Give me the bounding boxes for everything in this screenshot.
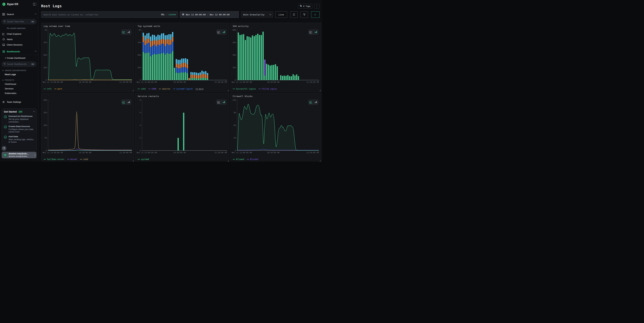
granularity-select[interactable]: Auto Granularity	[241, 11, 273, 18]
panel-service-restarts: Service restarts 02468Nov 11 12:00:00 AM…	[135, 93, 229, 162]
chart-legend: AllowedBlocked	[233, 158, 258, 160]
chart-canvas[interactable]: 050100150200Nov 11 12:00:00 AM10:30:00 A…	[42, 98, 134, 154]
get-started-step-add-data[interactable]: Add Data Start sending logs, metrics, or…	[4, 135, 34, 144]
chart-canvas[interactable]: 02505007501KNov 11 12:00:00 AM10:30:00 A…	[42, 28, 134, 84]
bar-chart-toggle[interactable]	[222, 101, 226, 104]
line-chart-toggle[interactable]	[309, 31, 312, 34]
refresh-button[interactable]	[290, 11, 298, 18]
resize-handle[interactable]	[132, 90, 134, 91]
get-started-step-connect[interactable]: Connect to ClickHouse Set up your databa…	[4, 115, 34, 123]
create-dashboard-button[interactable]: + Create Dashboard	[0, 56, 38, 60]
legend-label: systemd-logind	[176, 88, 192, 90]
dashboards-grid-icon	[2, 50, 5, 53]
saved-searches-input[interactable]: Saved Searches ⌘K	[2, 19, 36, 24]
hyperdx-logo-icon	[2, 2, 6, 6]
svg-text:0: 0	[140, 79, 141, 81]
live-button[interactable]: Live	[275, 11, 287, 18]
legend-item[interactable]: info	[44, 88, 52, 90]
filter-edit-button[interactable]	[300, 11, 308, 18]
chevron-up-icon[interactable]	[33, 111, 35, 113]
sidebar-item-alerts[interactable]: Alerts	[0, 37, 38, 42]
chart-svg: 02468Nov 11 12:00:00 AM10:30:00 AM11:30:…	[136, 98, 228, 154]
line-chart-toggle[interactable]	[309, 101, 312, 104]
chevron-down-icon	[2, 79, 4, 81]
svg-text:10:30:00 AM: 10:30:00 AM	[79, 81, 91, 83]
resize-handle[interactable]	[320, 90, 321, 91]
bar-chart-toggle[interactable]	[127, 31, 130, 34]
sidebar-item-host-logs[interactable]: Host Logs	[0, 72, 38, 77]
presets-section-header[interactable]: PRESETS	[0, 78, 38, 82]
bar-chart-toggle[interactable]	[127, 101, 130, 104]
legend-item[interactable]: sshd	[80, 158, 88, 160]
legend-item[interactable]: warn	[54, 88, 62, 90]
tags-button[interactable]: 0 Tags	[298, 4, 312, 9]
chart-svg: 02505007501KNov 11 12:00:00 AM10:30:00 A…	[42, 28, 134, 84]
line-chart-toggle[interactable]	[122, 31, 126, 34]
sidebar-item-client-sessions[interactable]: Client Sessions	[0, 42, 38, 47]
line-chart-toggle[interactable]	[217, 31, 220, 34]
svg-text:10:30:00 AM: 10:30:00 AM	[79, 152, 91, 154]
legend-item[interactable]: +4 more	[195, 88, 204, 90]
sidebar-item-clickhouse[interactable]: ClickHouse	[0, 82, 38, 86]
legend-item[interactable]: systemd-logind	[173, 88, 192, 90]
bar-chart-toggle[interactable]	[314, 31, 318, 34]
svg-text:300: 300	[232, 54, 236, 56]
legend-item[interactable]: kernel	[67, 158, 78, 160]
resize-handle[interactable]	[228, 160, 229, 162]
event-search-input[interactable]	[43, 13, 159, 16]
date-range-picker[interactable]: Nov 11 00:00:00 - Nov 12 00:00:00	[180, 11, 239, 18]
brand-row[interactable]: HyperDX	[0, 0, 38, 8]
section-label: PRESETS	[5, 79, 14, 81]
sidebar-item-search[interactable]: Search	[0, 12, 38, 17]
legend-item[interactable]: systemd	[138, 158, 149, 160]
sidebar-item-dashboards[interactable]: Dashboards	[0, 49, 38, 54]
legend-item[interactable]: fail2ban-server	[44, 158, 64, 160]
chart-type-toggle	[216, 29, 226, 35]
legend-item[interactable]: Failed Logins	[258, 88, 277, 90]
create-dashboard-label: Create Dashboard	[7, 57, 25, 59]
help-button[interactable]: ?	[2, 146, 6, 151]
get-started-step-sources[interactable]: Create Data Sources Configure where your…	[4, 125, 34, 133]
legend-swatch	[67, 159, 69, 159]
line-chart-toggle[interactable]	[122, 101, 126, 104]
chart-canvas[interactable]: 02505007501KNov 11 12:00:00 AM10:30:00 A…	[136, 28, 228, 84]
resize-handle[interactable]	[132, 160, 134, 162]
chart-legend: systemd	[138, 158, 149, 160]
svg-text:0: 0	[140, 149, 141, 152]
chart-type-toggle	[308, 29, 318, 35]
legend-item[interactable]: Allowed	[233, 158, 244, 160]
sidebar-item-chart-explorer[interactable]: Chart Explorer	[0, 31, 38, 37]
resize-handle[interactable]	[228, 90, 229, 91]
dashboard-grid: Log volume over time 02505007501KNov 11 …	[41, 23, 321, 162]
bar-chart-toggle[interactable]	[314, 101, 318, 104]
sidebar-item-kubernetes[interactable]: Kubernetes	[0, 91, 38, 96]
bar-chart-toggle[interactable]	[222, 31, 226, 34]
sidebar-collapse-icon[interactable]	[33, 3, 36, 6]
chart-canvas[interactable]: 0150300450600Nov 11 12:00:00 AM10:30:00 …	[231, 28, 320, 84]
legend-item[interactable]: CRON	[148, 88, 156, 90]
more-menu-button[interactable]: ⋮	[314, 4, 320, 9]
gear-icon: ⚙	[2, 100, 5, 103]
legend-swatch	[138, 89, 140, 89]
legend-item[interactable]: anacron	[159, 88, 170, 90]
user-profile-button[interactable]: D dominic.tran@clic... dominic.tran@clic…	[2, 152, 36, 158]
sidebar-item-team-settings[interactable]: ⚙ Team Settings	[0, 99, 38, 105]
legend-swatch	[44, 159, 46, 159]
event-search-bar: SQL | Lucene	[41, 11, 178, 18]
run-query-button[interactable]: ▷	[311, 11, 320, 18]
legend-item[interactable]: sshd	[138, 88, 146, 90]
line-chart-toggle[interactable]	[217, 101, 220, 104]
sql-mode-button[interactable]: SQL	[161, 13, 164, 16]
sidebar: HyperDX Search Saved Searches ⌘K No save…	[0, 0, 38, 162]
panel-firewall-blocks: Firewall blocks 0306090120Nov 11 12:00:0…	[230, 93, 321, 162]
chart-canvas[interactable]: 02468Nov 11 12:00:00 AM10:30:00 AM11:30:…	[136, 98, 228, 154]
legend-item[interactable]: Successful Logins	[233, 88, 256, 90]
legend-item[interactable]: Blocked	[247, 158, 258, 160]
saved-dashboards-section-header[interactable]: SAVED DASHBOARDS	[0, 68, 38, 72]
resize-handle[interactable]	[320, 160, 321, 162]
saved-dashboards-input[interactable]: Saved Dashboards ⌘K	[2, 62, 36, 67]
chart-canvas[interactable]: 0306090120Nov 11 12:00:00 AM10:30:00 AM1…	[231, 98, 320, 154]
svg-text:10:30:00 AM: 10:30:00 AM	[173, 152, 186, 154]
lucene-mode-button[interactable]: Lucene	[168, 13, 176, 16]
sidebar-item-services[interactable]: Services	[0, 86, 38, 91]
